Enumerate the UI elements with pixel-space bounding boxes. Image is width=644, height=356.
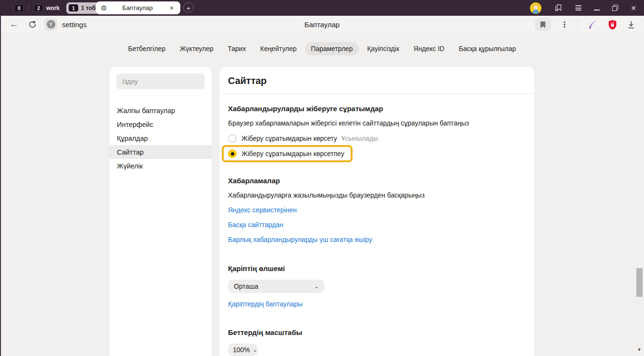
sidebar-item-tools[interactable]: Құралдар [110,131,211,145]
sidebar-item-sites[interactable]: Сайттар [110,145,211,159]
link-from-yandex-services[interactable]: Яндекс сервистерінен [228,206,297,214]
tab-extensions[interactable]: Кеңейтулер [255,42,302,55]
tab-downloads[interactable]: Жүктеулер [174,42,219,55]
browser-menu-button[interactable] [575,4,582,11]
profile-avatar[interactable] [530,2,541,14]
tabstrip-divider [29,5,29,11]
sidebar-item-interface[interactable]: Интерфейс [110,117,211,131]
download-icon [627,21,635,29]
chevron-down-icon: ⌄ [253,347,257,353]
toolbar-more-button[interactable]: ⋮ [561,20,568,29]
radio-option-hide-requests[interactable]: Жіберу сұратымдарын көрсетпеу [228,149,344,158]
radio-unselected-icon[interactable] [228,134,237,143]
tab-history[interactable]: Тарих [222,42,251,55]
sidebar-item-general[interactable]: Жалпы баптаулар [110,104,211,117]
tab-yandex-id[interactable]: Яндекс ID [408,42,450,55]
notification-requests-description: Браузер хабарламаларын жібергісі келетін… [228,119,526,127]
avatar-body [533,10,539,13]
radio-option-label[interactable]: Жіберу сұратымдарын көрсетпеу [241,150,344,157]
sidebar-item-system[interactable]: Жүйелік [110,159,211,173]
title-divider [219,94,534,94]
tab-close-icon[interactable]: ✕ [168,4,176,12]
page-zoom-heading: Беттердің масштабы [228,328,526,336]
tab-bookmarks[interactable]: Бетбелгілер [122,42,171,55]
settings-sidebar: Жалпы баптаулар Интерфейс Құралдар Сайтт… [110,67,211,356]
browser-toolbar: ← Y settings Баптаулар ⋮ [0,16,644,33]
page-zoom-select-value: 100% [233,346,250,354]
settings-content: Сайттар Хабарландыруларды жіберуге сұрат… [219,67,534,356]
page-title: Сайттар [228,67,526,88]
page-zoom-select[interactable]: 100% ⌄ [228,344,258,356]
yandex-favicon-icon: Y [47,20,55,29]
link-font-settings[interactable]: Қаріптердің баптаулары [228,300,302,308]
tab-settings[interactable]: Параметрлер [305,42,359,55]
new-tab-button[interactable]: + [183,2,194,13]
notifications-heading: Хабарламалар [228,177,526,185]
font-size-heading: Қаріптің өлшемі [228,264,526,272]
radio-selected-icon[interactable] [228,149,237,158]
side-panel-bookmarks-button[interactable] [554,3,563,12]
recommended-badge: Ұсынылады [342,135,378,142]
link-from-other-sites[interactable]: Басқа сайттардан [228,221,283,229]
tab-group-badge: 1 [69,4,78,11]
window-left-edge [0,15,1,356]
quill-icon [588,20,598,30]
tab-other-devices[interactable]: Басқа құрылғылар [453,42,522,55]
chevron-down-icon: ⌄ [314,283,319,290]
tab-security[interactable]: Қауіпсіздік [362,42,405,55]
active-tab[interactable]: ⚙ Баптаулар ✕ [96,1,180,14]
workspace-work-tab[interactable]: 2 work [34,4,60,12]
bookmarks-panel-icon [554,3,563,12]
workspace-label: work [46,5,60,11]
highlight-annotation-box: Жіберу сұратымдарын көрсетпеу [222,145,353,162]
settings-nav-tabs: Бетбелгілер Жүктеулер Тарих Кеңейтулер П… [0,42,644,55]
toolbar-divider [578,20,578,30]
avatar-face [533,5,538,10]
scrollbar-thumb[interactable] [636,268,643,297]
hamburger-icon [575,4,582,11]
protect-button[interactable] [608,20,617,30]
window-restore-button[interactable] [612,5,618,11]
settings-page: Бетбелгілер Жүктеулер Тарих Кеңейтулер П… [0,33,644,356]
active-tab-title: Баптаулар [107,4,167,11]
scrollbar-down-arrow[interactable]: ▾ [635,346,643,353]
link-mute-all-notifications[interactable]: Барлық хабарландыруларды үш сағатқа өшір… [228,236,372,243]
refresh-button[interactable] [28,20,37,29]
downloads-button[interactable] [627,21,635,29]
settings-gear-icon: ⚙ [101,4,107,11]
window-close-button[interactable]: ✕ [631,4,636,12]
minimize-icon [594,10,600,10]
refresh-icon [28,20,37,29]
notifications-description: Хабарландыруларға жазылымыңызды браузерд… [228,191,526,199]
bookmark-page-button[interactable] [535,18,551,31]
bookmark-flag-icon [540,21,546,29]
zen-quill-button[interactable] [588,20,598,30]
site-favicon-chip[interactable]: Y [44,18,57,31]
font-size-select[interactable]: Орташа ⌄ [228,280,324,293]
address-bar[interactable]: Y settings [44,18,87,31]
sidebar-section-list: Жалпы баптаулар Интерфейс Құралдар Сайтт… [110,104,211,173]
workspace-badge: 2 [34,4,43,12]
radio-option-show-requests[interactable]: Жіберу сұратымдарын көрсету Ұсынылады [228,134,526,143]
window-minimize-button[interactable] [594,6,600,10]
restore-icon [612,5,618,11]
settings-search-input[interactable] [116,73,205,89]
back-button[interactable]: ← [7,19,21,30]
radio-option-label[interactable]: Жіберу сұратымдарын көрсету [241,135,337,142]
notification-requests-heading: Хабарландыруларды жіберуге сұратымдар [228,105,526,113]
tab-counter-badge[interactable]: 0 [14,4,24,12]
font-size-select-value: Орташа [234,283,258,290]
shield-lock-icon [608,20,617,30]
toolbar-page-title: Баптаулар [304,21,340,29]
window-tab-strip: 0 2 work 1 1 тобы ⌄ ⚙ Баптаулар ✕ + [0,0,644,16]
address-url-text[interactable]: settings [62,21,87,29]
